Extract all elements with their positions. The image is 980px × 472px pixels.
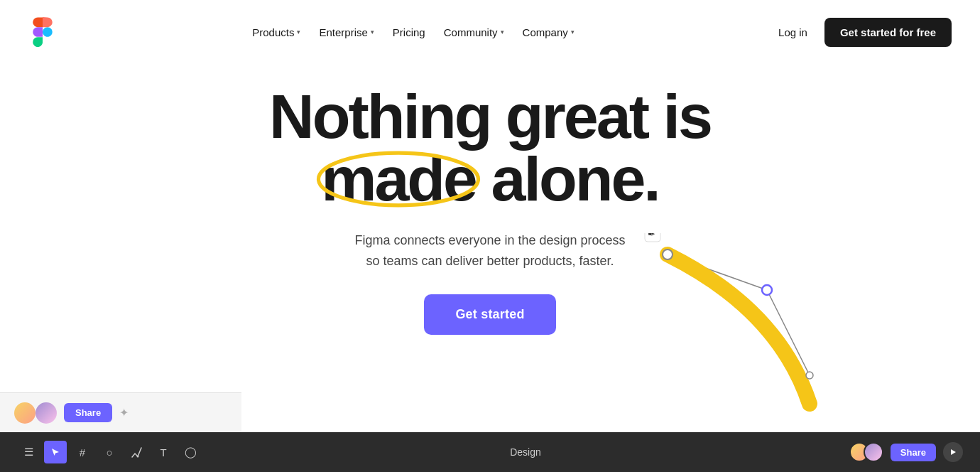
bottom-share-overlay: Share ✦ <box>0 392 241 432</box>
hero-subtitle-line2: so teams can deliver better products, fa… <box>366 254 614 268</box>
toolbar-right: Share <box>849 442 963 462</box>
nav-community-label: Community <box>444 26 498 38</box>
cursor-icon <box>50 447 60 457</box>
pen-toolbar-icon[interactable] <box>125 441 148 463</box>
login-button[interactable]: Log in <box>770 21 816 44</box>
svg-point-8 <box>136 455 138 457</box>
logo[interactable] <box>28 11 57 53</box>
hero-section: Nothing great is made alone. Figma conne… <box>0 64 980 335</box>
cursor-toolbar-icon[interactable] <box>44 441 67 463</box>
pen-icon <box>131 447 142 458</box>
hero-made-text: made <box>321 144 476 214</box>
toolbar-design-label: Design <box>510 446 541 458</box>
comment-toolbar-icon[interactable]: ◯ <box>179 441 202 463</box>
hero-title-line1: Nothing great is <box>269 81 711 151</box>
nav-products-label: Products <box>252 26 294 38</box>
toolbar-avatar-2 <box>864 442 883 462</box>
avatar-1 <box>14 402 36 424</box>
hero-alone-text: alone. <box>476 144 659 214</box>
chevron-down-icon: ▾ <box>501 28 504 36</box>
hero-title: Nothing great is made alone. <box>269 85 711 210</box>
chevron-down-icon: ▾ <box>571 28 575 36</box>
hero-made-wrap: made <box>321 148 476 210</box>
overlay-share-button[interactable]: Share <box>64 403 112 422</box>
toolbar-share-button[interactable]: Share <box>891 444 936 461</box>
get-started-nav-button[interactable]: Get started for free <box>824 18 952 47</box>
nav-pricing-label: Pricing <box>393 26 425 38</box>
nav-actions: Log in Get started for free <box>770 18 952 47</box>
svg-point-5 <box>806 372 813 379</box>
menu-toolbar-icon[interactable]: ☰ <box>17 441 40 463</box>
get-started-hero-button[interactable]: Get started <box>424 294 555 335</box>
play-icon <box>949 449 957 456</box>
nav-item-company[interactable]: Company ▾ <box>516 22 582 43</box>
figma-toolbar: ☰ # ○ T ◯ Design Share <box>0 432 980 472</box>
nav-enterprise-label: Enterprise <box>319 26 367 38</box>
chevron-down-icon: ▾ <box>371 28 374 36</box>
toolbar-play-button[interactable] <box>943 442 963 462</box>
chevron-down-icon: ▾ <box>297 28 300 36</box>
nav-company-label: Company <box>523 26 568 38</box>
frame-toolbar-icon[interactable]: # <box>71 441 94 463</box>
sparkle-icon: ✦ <box>119 406 129 419</box>
nav-links: Products ▾ Enterprise ▾ Pricing Communit… <box>245 22 582 43</box>
navbar: Products ▾ Enterprise ▾ Pricing Communit… <box>0 0 980 64</box>
hero-subtitle: Figma connects everyone in the design pr… <box>354 230 625 272</box>
nav-item-enterprise[interactable]: Enterprise ▾ <box>312 22 381 43</box>
nav-item-products[interactable]: Products ▾ <box>245 22 307 43</box>
toolbar-left: ☰ # ○ T ◯ <box>17 441 202 463</box>
nav-item-community[interactable]: Community ▾ <box>437 22 511 43</box>
nav-item-pricing[interactable]: Pricing <box>386 22 432 43</box>
avatar-2 <box>36 402 57 424</box>
ellipse-toolbar-icon[interactable]: ○ <box>98 441 121 463</box>
hero-subtitle-line1: Figma connects everyone in the design pr… <box>354 233 625 247</box>
text-toolbar-icon[interactable]: T <box>152 441 175 463</box>
